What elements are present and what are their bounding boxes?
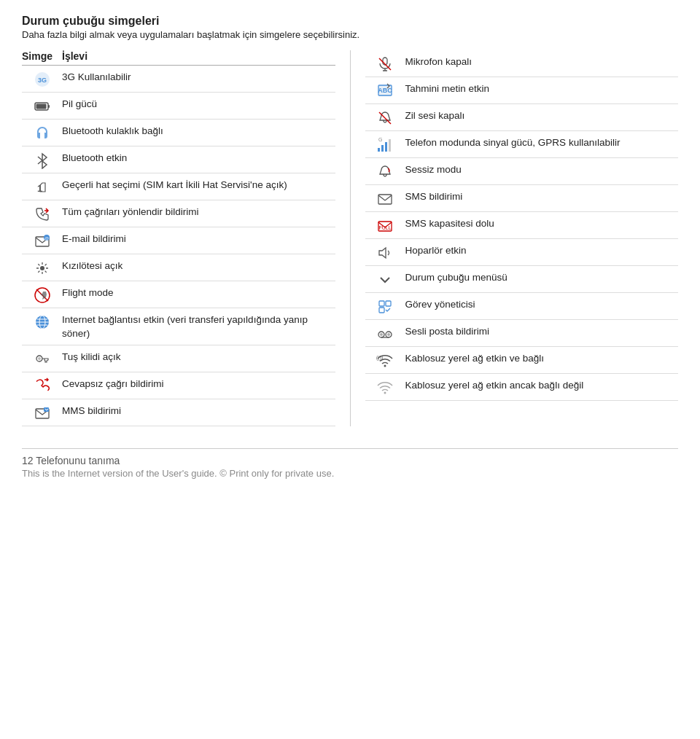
icon-mms (22, 403, 62, 422)
table-row: 3G 3G Kullanılabilir (22, 66, 335, 93)
icon-signal-gprs: G (365, 135, 405, 154)
text-ringer-off: Zil sesi kapalı (405, 108, 679, 123)
svg-point-40 (384, 365, 386, 367)
text-battery: Pil gücü (62, 96, 335, 112)
left-column: Simge İşlevi 3G 3G Kullanılabilir (22, 50, 351, 426)
text-speaker: Hoparlör etkin (405, 243, 679, 258)
icon-task-manager (365, 297, 405, 316)
icon-keylock (22, 349, 62, 368)
icon-wifi-inactive (365, 378, 405, 396)
svg-rect-4 (36, 104, 46, 109)
text-sms-full: SMS kapasitesi dolu (405, 216, 679, 231)
text-mms: MMS bildirimi (62, 403, 335, 418)
table-row: Cevapsız çağrı bildirimi (22, 372, 335, 399)
svg-rect-23 (378, 148, 380, 152)
icon-status-menu (365, 270, 405, 289)
text-signal-gprs: Telefon modunda sinyal gücü, GPRS kullan… (405, 135, 679, 150)
icon-speaker (365, 243, 405, 262)
text-call-forward: Tüm çağrıları yönlendir bildirimi (62, 204, 335, 219)
text-wifi-active: Kablosuz yerel ağ etkin ve bağlı (405, 351, 679, 366)
text-predictive: Tahmini metin etkin (405, 81, 679, 96)
table-row: Sesli posta bildirimi (365, 320, 679, 347)
text-internet: Internet bağlantısı etkin (veri transfer… (62, 312, 335, 341)
svg-marker-31 (379, 248, 386, 258)
table-row: Zil sesi kapalı (365, 104, 679, 131)
svg-text:@: @ (44, 236, 48, 241)
table-row: MMS bildirimi (22, 399, 335, 426)
table-row: Pil gücü (22, 93, 335, 120)
icon-sms (365, 189, 405, 208)
icon-bluetooth-headset (22, 123, 62, 142)
icon-missed-call (22, 376, 62, 395)
table-row: Mikrofon kapalı (365, 50, 679, 77)
table-row: FULL SMS kapasitesi dolu (365, 212, 679, 239)
icon-silent (365, 162, 405, 181)
svg-point-15 (38, 357, 41, 360)
icon-internet (22, 312, 62, 331)
table-row: Kızılötesi açık (22, 254, 335, 281)
footer: 12 Telefonunu tanıma This is the Interne… (22, 448, 678, 479)
icon-sim: 1 (22, 177, 62, 196)
icon-wifi-active: (()) (365, 351, 405, 370)
icon-battery (22, 96, 62, 115)
text-wifi-inactive: Kablosuz yerel ağ etkin ancak bağlı deği… (405, 378, 679, 393)
svg-rect-25 (385, 142, 387, 152)
table-row: G Telefon modunda sinyal gücü, GPRS kull… (365, 131, 679, 158)
table-row: Bluetooth kulaklık bağlı (22, 120, 335, 146)
svg-rect-33 (386, 301, 391, 306)
svg-text:(()): (()) (376, 355, 383, 361)
text-email: E-mail bildirimi (62, 231, 335, 246)
text-mic-off: Mikrofon kapalı (405, 54, 679, 69)
text-voicemail: Sesli posta bildirimi (405, 324, 679, 339)
text-bt-headset: Bluetooth kulaklık bağlı (62, 123, 335, 138)
table-row: Bluetooth etkin (22, 146, 335, 173)
text-bluetooth: Bluetooth etkin (62, 150, 335, 165)
icon-email: @ (22, 231, 62, 250)
table-row: Kablosuz yerel ağ etkin ancak bağlı deği… (365, 374, 679, 401)
icon-infrared (22, 258, 62, 277)
table-row: Tüm çağrıları yönlendir bildirimi (22, 200, 335, 227)
text-sms: SMS bildirimi (405, 189, 679, 204)
icon-mic-off (365, 54, 405, 73)
header-islevi: İşlevi (62, 50, 335, 62)
table-row: Sessiz modu (365, 158, 679, 185)
svg-text:ABC: ABC (378, 87, 392, 94)
table-row: SMS bildirimi (365, 185, 679, 212)
svg-text:3G: 3G (37, 77, 46, 84)
icon-flight (22, 285, 62, 304)
text-silent: Sessiz modu (405, 162, 679, 177)
footer-legal: This is the Internet version of the User… (22, 468, 678, 479)
icon-sms-full: FULL (365, 216, 405, 235)
table-row: Tuş kilidi açık (22, 345, 335, 372)
svg-rect-34 (379, 308, 384, 313)
right-column: Mikrofon kapalı ABC Tahmini metin etkin (351, 50, 679, 426)
table-row: Internet bağlantısı etkin (veri transfer… (22, 308, 335, 345)
left-header: Simge İşlevi (22, 50, 335, 66)
footer-page: 12 Telefonunu tanıma (22, 455, 678, 466)
text-flight: Flight mode (62, 285, 335, 300)
table-row: 1 Geçerli hat seçimi (SIM kart İkili Hat… (22, 173, 335, 200)
svg-point-9 (40, 266, 44, 270)
page-subtitle: Daha fazla bilgi almak veya uygulamaları… (22, 29, 678, 40)
table-row: ABC Tahmini metin etkin (365, 77, 679, 104)
icon-bluetooth (22, 150, 62, 169)
svg-point-42 (384, 392, 386, 394)
icon-ringer-off (365, 108, 405, 127)
svg-text:G: G (378, 137, 382, 142)
page-title: Durum çubuğu simgeleri (22, 15, 678, 28)
icon-predictive: ABC (365, 81, 405, 100)
table-row: (()) Kablosuz yerel ağ etkin ve bağlı (365, 347, 679, 374)
text-keylock: Tuş kilidi açık (62, 349, 335, 364)
text-task-manager: Görev yöneticisi (405, 297, 679, 312)
table-row: Flight mode (22, 281, 335, 308)
svg-point-38 (380, 333, 383, 336)
table-row: Durum çubuğu menüsü (365, 266, 679, 293)
svg-rect-28 (378, 195, 392, 204)
svg-rect-3 (48, 105, 50, 108)
svg-point-39 (387, 333, 390, 336)
table-row: @ E-mail bildirimi (22, 227, 335, 254)
svg-rect-32 (379, 301, 384, 306)
svg-rect-26 (389, 139, 391, 152)
icon-voicemail (365, 324, 405, 343)
icon-call-forward (22, 204, 62, 223)
